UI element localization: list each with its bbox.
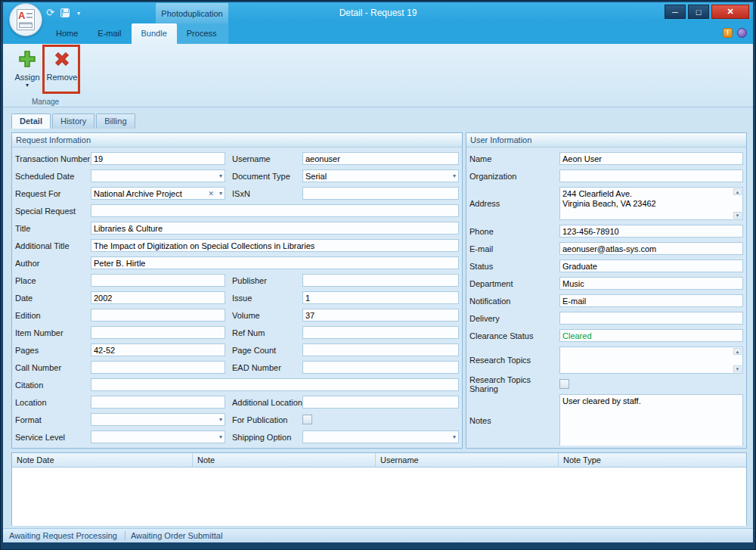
clearance-status-field[interactable]: Cleared <box>559 329 743 342</box>
chevron-down-icon[interactable]: ▾ <box>451 172 456 179</box>
chevron-down-icon[interactable]: ▾ <box>217 433 222 440</box>
item-number-field[interactable] <box>91 326 225 339</box>
chevron-down-icon[interactable]: ▾ <box>217 190 222 197</box>
notification-field[interactable]: E-mail <box>559 294 743 307</box>
chevron-down-icon[interactable]: ▾ <box>217 416 222 423</box>
minimize-button[interactable]: ─ <box>665 5 686 19</box>
citation-field[interactable] <box>91 378 459 391</box>
isxn-field[interactable] <box>302 187 459 200</box>
author-field[interactable]: Peter B. Hirtle <box>91 256 459 269</box>
username-field[interactable]: aeonuser <box>302 152 459 165</box>
transaction-number-field[interactable]: 19 <box>91 152 225 165</box>
publisher-field[interactable] <box>302 274 459 287</box>
citation-label: Citation <box>15 381 91 390</box>
phone-field[interactable]: 123-456-78910 <box>559 225 743 238</box>
assign-button[interactable]: Assign ▾ <box>11 46 44 93</box>
department-field[interactable]: Music <box>559 277 743 290</box>
ribbon-tab-bundle[interactable]: Bundle <box>132 23 177 44</box>
column-header-username[interactable]: Username <box>376 453 559 467</box>
app-menu-button[interactable]: A <box>9 3 42 36</box>
field-row: E-mail aeonuser@atlas-sys.com <box>469 242 743 255</box>
location-label: Location <box>15 398 91 407</box>
for-publication-checkbox[interactable] <box>302 415 312 424</box>
special-request-label: Special Request <box>15 207 91 216</box>
delivery-label: Delivery <box>469 314 559 323</box>
ref-num-field[interactable] <box>302 326 459 339</box>
field-row: Location Additional Location <box>15 396 459 409</box>
notes-label: Notes <box>469 416 559 425</box>
maximize-button[interactable]: □ <box>688 5 709 19</box>
tab-history[interactable]: History <box>52 113 94 129</box>
field-row: Additional Title The Impact of Digitizat… <box>15 239 459 252</box>
document-type-combo[interactable]: Serial▾ <box>302 169 459 182</box>
window-controls: ─ □ ✕ <box>665 5 749 19</box>
research-topics-sharing-checkbox[interactable] <box>559 379 569 389</box>
tab-billing[interactable]: Billing <box>96 113 135 129</box>
app-window: ⟳ ▾ Photoduplication Detail - Request 19… <box>0 0 756 550</box>
service-level-combo[interactable]: ▾ <box>91 430 225 443</box>
close-button[interactable]: ✕ <box>711 5 749 19</box>
page-count-field[interactable] <box>302 343 459 356</box>
ribbon-tabs: Home E-mail Bundle Process <box>46 23 227 44</box>
email-field[interactable]: aeonuser@atlas-sys.com <box>559 242 743 255</box>
edition-label: Edition <box>15 311 91 320</box>
ribbon-tab-home[interactable]: Home <box>46 23 88 44</box>
field-row: Format ▾ For Publication <box>15 413 459 426</box>
notification-icon[interactable]: ! <box>723 28 733 38</box>
shipping-option-combo[interactable]: ▾ <box>302 430 459 443</box>
about-icon[interactable] <box>737 28 747 38</box>
arrow-up-icon[interactable]: ▲ <box>733 348 742 355</box>
field-row: Clearance Status Cleared <box>469 329 743 342</box>
arrow-down-icon[interactable]: ▼ <box>733 212 742 219</box>
column-header-note-type[interactable]: Note Type <box>559 453 746 467</box>
status-field[interactable]: Graduate <box>559 259 743 272</box>
ribbon-tab-process[interactable]: Process <box>177 23 227 44</box>
request-for-combo[interactable]: National Archive Project✕▾ <box>91 187 225 200</box>
place-field[interactable] <box>91 274 225 287</box>
place-label: Place <box>15 276 91 285</box>
ribbon-tab-email[interactable]: E-mail <box>88 23 131 44</box>
format-combo[interactable]: ▾ <box>91 413 225 426</box>
clear-x-icon[interactable]: ✕ <box>208 190 214 197</box>
organization-label: Organization <box>469 172 559 181</box>
edition-field[interactable] <box>91 309 225 322</box>
notes-field[interactable]: User cleared by staff. <box>559 394 743 446</box>
notes-grid: Note Date Note Username Note Type <box>11 452 747 526</box>
issue-field[interactable]: 1 <box>302 291 459 304</box>
notes-grid-body[interactable] <box>12 468 746 526</box>
arrow-down-icon[interactable]: ▼ <box>733 365 742 372</box>
pages-field[interactable]: 42-52 <box>91 343 225 356</box>
service-level-label: Service Level <box>15 433 91 442</box>
format-label: Format <box>15 415 91 424</box>
volume-field[interactable]: 37 <box>302 309 459 322</box>
chevron-down-icon[interactable]: ▾ <box>217 172 222 179</box>
isxn-label: ISxN <box>228 189 302 198</box>
ead-number-field[interactable] <box>302 361 459 374</box>
chevron-down-icon[interactable]: ▾ <box>451 433 456 440</box>
ref-num-label: Ref Num <box>228 328 302 337</box>
column-header-note[interactable]: Note <box>193 453 376 467</box>
address-field[interactable]: 244 Clearfield Ave. Virginia Beach, VA 2… <box>559 187 743 220</box>
research-topics-field[interactable]: ▲ ▼ <box>559 346 743 374</box>
date-field[interactable]: 2002 <box>91 291 225 304</box>
call-number-label: Call Number <box>15 363 91 372</box>
special-request-field[interactable] <box>91 204 459 217</box>
delivery-field[interactable] <box>559 312 743 325</box>
publisher-label: Publisher <box>228 276 302 285</box>
address-label: Address <box>469 199 559 208</box>
call-number-field[interactable] <box>91 361 225 374</box>
arrow-up-icon[interactable]: ▲ <box>733 188 742 195</box>
field-row: Phone 123-456-78910 <box>469 225 743 238</box>
location-field[interactable] <box>91 396 225 409</box>
column-header-note-date[interactable]: Note Date <box>12 453 193 467</box>
issue-label: Issue <box>228 294 302 303</box>
title-field[interactable]: Libraries & Culture <box>91 222 459 235</box>
scheduled-date-combo[interactable]: ▾ <box>91 169 225 182</box>
user-information-header: User Information <box>466 133 746 148</box>
field-row: Name Aeon User <box>469 152 743 165</box>
name-field[interactable]: Aeon User <box>559 152 743 165</box>
organization-field[interactable] <box>559 169 743 182</box>
tab-detail[interactable]: Detail <box>11 113 51 129</box>
additional-location-field[interactable] <box>302 396 459 409</box>
additional-title-field[interactable]: The Impact of Digitization on Special Co… <box>91 239 459 252</box>
